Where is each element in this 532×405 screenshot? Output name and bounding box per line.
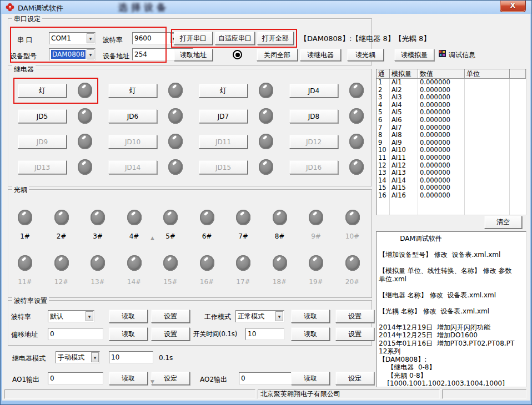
open-all-button[interactable]: 打开全部 bbox=[257, 32, 294, 45]
opto-led-label-9: 9# bbox=[304, 232, 328, 240]
dropdown-arrow-icon[interactable]: ▼ bbox=[87, 49, 94, 59]
table-row-15[interactable]: 15AI150.000000 bbox=[377, 184, 526, 192]
auto-serial-button[interactable]: 自适应串口 bbox=[215, 32, 255, 45]
table-cell bbox=[510, 146, 526, 154]
opto-led-8 bbox=[273, 210, 287, 225]
table-empty-row[interactable] bbox=[377, 207, 526, 215]
title-bar[interactable]: DAM调试软件 选择设备 X bbox=[1, 1, 531, 14]
relay-button-4[interactable]: JD4 bbox=[289, 84, 338, 98]
table-empty-row[interactable] bbox=[377, 200, 526, 207]
scroll-up-icon[interactable]: ▲ bbox=[150, 235, 154, 241]
port-select[interactable]: COM1 ▼ bbox=[49, 32, 96, 44]
relay-button-7[interactable]: JD7 bbox=[199, 109, 248, 123]
dropdown-arrow-icon[interactable]: ▼ bbox=[91, 352, 99, 362]
ao1-input[interactable]: 0 bbox=[48, 372, 103, 384]
relay-button-3[interactable]: 灯 bbox=[199, 84, 248, 98]
table-row-12[interactable]: 12AI120.000000 bbox=[377, 162, 526, 170]
opto-led-18 bbox=[273, 255, 287, 271]
table-row-1[interactable]: 1AI10.000000 bbox=[377, 79, 526, 87]
offset-addr-input[interactable]: 0 bbox=[48, 328, 103, 340]
switch-time-set-button[interactable]: 设置 bbox=[335, 327, 374, 341]
table-row-9[interactable]: 9AI90.000000 bbox=[377, 139, 526, 147]
baud-select[interactable]: 9600 ▼ bbox=[132, 32, 179, 44]
baudrate-set-button[interactable]: 设置 bbox=[151, 310, 190, 323]
ao2-input[interactable]: 0 bbox=[239, 372, 294, 384]
table-cell bbox=[418, 200, 465, 207]
table-cell: AI11 bbox=[390, 154, 418, 162]
relay-mode-select[interactable]: 手动模式 ▼ bbox=[56, 351, 100, 363]
read-address-button[interactable]: 读取地址 bbox=[174, 49, 213, 61]
close-all-button[interactable]: 关闭全部 bbox=[257, 49, 298, 61]
table-cell bbox=[377, 200, 390, 207]
info-panel[interactable]: DAM调试软件 【增加设备型号】 修改 设备表.xml.xml 【模拟量 单位、… bbox=[376, 231, 526, 387]
table-row-3[interactable]: 3AI30.000000 bbox=[377, 94, 526, 102]
work-mode-read-button[interactable]: 读取 bbox=[291, 310, 330, 323]
table-cell: 0.000000 bbox=[418, 109, 465, 117]
table-row-5[interactable]: 5AI50.000000 bbox=[377, 109, 526, 117]
work-mode-select[interactable]: 正常模式 ▼ bbox=[235, 310, 284, 322]
table-row-7[interactable]: 7AI70.000000 bbox=[377, 124, 526, 132]
table-cell bbox=[510, 207, 526, 215]
model-select[interactable]: DAM0808 ▼ bbox=[49, 48, 96, 60]
relay-button-2[interactable]: 灯 bbox=[108, 84, 157, 98]
table-cell bbox=[465, 192, 510, 200]
switch-time-read-button[interactable]: 读取 bbox=[291, 327, 330, 341]
table-cell bbox=[390, 200, 418, 207]
table-cell: AI9 bbox=[390, 139, 418, 147]
opto-led-label-8: 8# bbox=[268, 232, 292, 240]
relay-button-8[interactable]: JD8 bbox=[289, 109, 338, 123]
table-row-6[interactable]: 6AI60.000000 bbox=[377, 117, 526, 124]
relay-button-1[interactable]: 灯 bbox=[18, 84, 67, 98]
offset-read-button[interactable]: 读取 bbox=[109, 327, 148, 341]
table-cell: AI10 bbox=[390, 146, 418, 154]
opto-led-7 bbox=[236, 210, 250, 225]
table-cell: 4 bbox=[377, 102, 390, 109]
serial-status-indicator bbox=[233, 50, 242, 59]
read-relay-button[interactable]: 读继电器 bbox=[300, 49, 341, 61]
offset-set-button[interactable]: 设置 bbox=[151, 327, 190, 341]
clear-button[interactable]: 清空 bbox=[484, 216, 522, 229]
table-cell: 2 bbox=[377, 87, 390, 94]
table-cell: 0.000000 bbox=[418, 131, 465, 139]
dropdown-arrow-icon[interactable]: ▼ bbox=[275, 311, 283, 321]
relay-button-5[interactable]: JD5 bbox=[18, 109, 67, 123]
table-row-8[interactable]: 8AI80.000000 bbox=[377, 131, 526, 139]
table-cell: 0.000000 bbox=[418, 79, 465, 87]
table-row-11[interactable]: 11AI110.000000 bbox=[377, 154, 526, 162]
table-row-14[interactable]: 14AI140.000000 bbox=[377, 177, 526, 185]
work-mode-set-button[interactable]: 设置 bbox=[335, 310, 374, 323]
switch-time-input[interactable]: 10 bbox=[245, 328, 284, 340]
table-cell bbox=[510, 200, 526, 207]
table-cell bbox=[465, 177, 510, 185]
table-cell: 0.000000 bbox=[418, 154, 465, 162]
ao2-set-button[interactable]: 设定 bbox=[335, 372, 374, 385]
table-row-2[interactable]: 2AI20.000000 bbox=[377, 87, 526, 94]
opto-led-10 bbox=[345, 210, 360, 225]
table-row-16[interactable]: 16AI160.000000 bbox=[377, 192, 526, 200]
table-row-13[interactable]: 13AI130.000000 bbox=[377, 169, 526, 177]
relay-mode-time-input[interactable]: 10 bbox=[109, 351, 153, 363]
dropdown-arrow-icon[interactable]: ▼ bbox=[86, 311, 93, 321]
dropdown-arrow-icon[interactable]: ▼ bbox=[87, 33, 94, 43]
table-row-10[interactable]: 10AI100.000000 bbox=[377, 146, 526, 154]
close-button[interactable]: X bbox=[500, 1, 526, 12]
scroll-down-icon[interactable]: ▼ bbox=[150, 379, 154, 384]
ao2-read-button[interactable]: 读取 bbox=[291, 372, 330, 385]
baudrate-read-button[interactable]: 读取 bbox=[109, 310, 148, 323]
table-cell: 0.000000 bbox=[418, 139, 465, 147]
opto-led-label-12: 12# bbox=[49, 278, 74, 286]
table-cell bbox=[465, 162, 510, 170]
relay-button-6[interactable]: JD6 bbox=[108, 109, 157, 123]
opto-led-9 bbox=[309, 210, 323, 225]
ao1-set-button[interactable]: 设定 bbox=[151, 372, 190, 385]
analog-table[interactable]: 通模拟量数值单位1AI10.0000002AI20.0000003AI30.00… bbox=[376, 69, 526, 215]
read-analog-button[interactable]: 读模拟量 bbox=[394, 49, 434, 61]
table-cell bbox=[510, 124, 526, 132]
table-row-4[interactable]: 4AI40.000000 bbox=[377, 102, 526, 109]
baudrate-select[interactable]: 默认 ▼ bbox=[48, 310, 94, 322]
relay-mode-unit-label: 0.1s bbox=[159, 354, 173, 362]
ao2-label: AO2输出 bbox=[200, 375, 227, 384]
read-opto-button[interactable]: 读光耦 bbox=[347, 49, 384, 61]
ao1-read-button[interactable]: 读取 bbox=[109, 372, 148, 385]
open-serial-button[interactable]: 打开串口 bbox=[174, 32, 213, 45]
